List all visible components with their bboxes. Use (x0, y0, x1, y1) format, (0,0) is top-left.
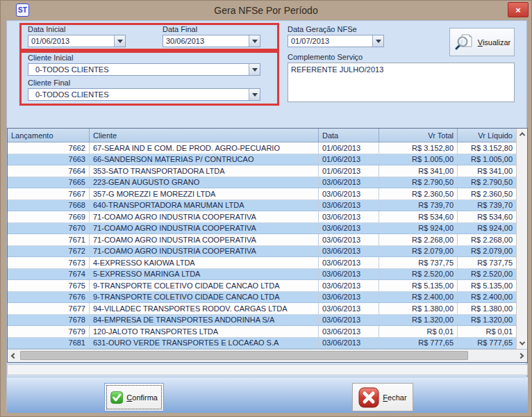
table-header: Lançamento Cliente Data Vr Total Vr Líqu… (8, 129, 516, 142)
table-row[interactable]: 766366-SANDERSON MATERIAS P/ CONTRUCAO01… (8, 154, 516, 166)
table-row[interactable]: 76734-EXPRESSO KAIOWA LTDA03/06/2013R$ 7… (8, 257, 516, 269)
confirma-button[interactable]: Confirma (104, 383, 164, 411)
cell-vr-total: R$ 1.320,00 (379, 315, 458, 326)
table-row[interactable]: 767071-COAMO AGRO INDUSTRIA COOPERATIVA0… (8, 223, 516, 235)
cell-vr-total: R$ 3.152,80 (379, 142, 458, 154)
cell-data: 03/06/2013 (319, 326, 379, 337)
cell-lancamento: 7679 (8, 326, 90, 337)
cell-vr-liquido: R$ 737,75 (458, 257, 516, 268)
column-header-vr-total[interactable]: Vr Total (379, 129, 458, 142)
column-header-lancamento[interactable]: Lançamento (8, 129, 90, 142)
table-row[interactable]: 76769-TRANSPORTE COLETIVO CIDADE CANCAO … (8, 292, 516, 304)
cell-cliente: 357-G MOREZZI E MOREZZI LTDA (90, 188, 319, 199)
cell-data: 03/06/2013 (319, 280, 379, 291)
cell-data: 03/06/2013 (319, 303, 379, 314)
chevron-down-icon (252, 93, 258, 97)
cell-cliente: 71-COAMO AGRO INDUSTRIA COOPERATIVA (90, 246, 319, 257)
data-inicial-combobox[interactable]: 01/06/2013 (28, 35, 126, 47)
cell-cliente: 5-EXPRESSO MARINGA LTDA (90, 269, 319, 280)
cell-lancamento: 7663 (8, 154, 90, 165)
horizontal-scrollbar-thumb[interactable] (20, 351, 468, 360)
cell-vr-liquido: R$ 2.790,50 (458, 177, 516, 188)
cell-lancamento: 7664 (8, 165, 90, 177)
column-header-cliente[interactable]: Cliente (90, 129, 319, 142)
cell-cliente: 66-SANDERSON MATERIAS P/ CONTRUCAO (90, 154, 319, 165)
cell-vr-liquido: R$ 1.320,00 (458, 315, 516, 326)
cell-vr-total: R$ 534,60 (379, 211, 458, 222)
table-row[interactable]: 76745-EXPRESSO MARINGA LTDA03/06/2013R$ … (8, 269, 516, 281)
scroll-down-button[interactable] (517, 338, 527, 349)
chevron-down-icon (519, 339, 524, 345)
status-strip (7, 364, 528, 375)
data-final-value: 30/06/2013 (163, 37, 249, 45)
cliente-final-value: 0-TODOS CLIENTES (28, 90, 249, 99)
close-x-icon (358, 387, 379, 408)
cliente-inicial-value: 0-TODOS CLIENTES (28, 65, 249, 74)
chevron-down-icon (117, 40, 123, 43)
cell-lancamento: 7678 (8, 315, 90, 326)
table-row[interactable]: 767884-EMPRESA DE TRANSPORTES ANDORINHA … (8, 315, 516, 327)
complemento-textarea[interactable]: REFERENTE JULHO/2013 (288, 63, 515, 102)
table-row[interactable]: 7668640-TRANSPORTADORA MARUMAN LTDA03/06… (8, 200, 516, 212)
cell-vr-total: R$ 2.268,00 (379, 234, 458, 245)
chevron-down-icon (252, 40, 258, 43)
cell-cliente: 71-COAMO AGRO INDUSTRIA COOPERATIVA (90, 211, 319, 222)
data-geracao-combobox[interactable]: 01/07/2013 (288, 35, 384, 47)
complemento-text: REFERENTE JULHO/2013 (291, 65, 383, 74)
horizontal-scrollbar[interactable] (8, 349, 527, 362)
table-row[interactable]: 7667357-G MOREZZI E MOREZZI LTDA03/06/20… (8, 188, 516, 200)
cell-data: 03/06/2013 (319, 315, 379, 326)
cliente-final-dropdown-button[interactable] (249, 89, 260, 100)
cell-lancamento: 7675 (8, 280, 90, 291)
cell-lancamento: 7668 (8, 200, 90, 211)
cell-lancamento: 7671 (8, 234, 90, 245)
data-inicial-dropdown-button[interactable] (114, 35, 125, 47)
cell-data: 01/06/2013 (319, 165, 379, 177)
cell-cliente: 67-SEARA IND E COM. DE PROD. AGRO-PECUAR… (90, 142, 319, 154)
cell-vr-liquido: R$ 3.152,80 (458, 142, 516, 154)
cell-cliente: 9-TRANSPORTE COLETIVO CIDADE CANCAO LTDA (90, 292, 319, 303)
chevron-down-icon (252, 68, 258, 72)
table-row[interactable]: 767271-COAMO AGRO INDUSTRIA COOPERATIVA0… (8, 246, 516, 258)
column-header-data[interactable]: Data (319, 129, 379, 142)
table-row[interactable]: 7664353-SATO TRANSPORTADORA LTDA01/06/20… (8, 165, 516, 177)
fechar-button[interactable]: Fechar (352, 383, 413, 411)
cliente-inicial-dropdown-button[interactable] (249, 64, 260, 75)
fechar-label: Fechar (383, 393, 406, 402)
table-row[interactable]: 767171-COAMO AGRO INDUSTRIA COOPERATIVA0… (8, 234, 516, 246)
table-row[interactable]: 767794-VILLADEC TRANSPORTES RODOV. CARGA… (8, 303, 516, 315)
cell-vr-liquido: R$ 924,00 (458, 223, 516, 234)
cell-cliente: 94-VILLADEC TRANSPORTES RODOV. CARGAS LT… (90, 303, 319, 314)
column-header-vr-liquido[interactable]: Vr Líquido (458, 129, 516, 142)
cell-data: 03/06/2013 (319, 177, 379, 188)
close-button[interactable]: × (508, 2, 529, 17)
cell-vr-total: R$ 2.790,50 (379, 177, 458, 188)
cliente-final-label: Cliente Final (28, 79, 70, 87)
table-row[interactable]: 7681631-OURO VERDE TRANSPORTES E LOCA€AO… (8, 338, 516, 350)
vertical-scrollbar[interactable] (516, 129, 527, 349)
cell-vr-liquido: R$ 5.135,00 (458, 280, 516, 291)
cliente-final-combobox[interactable]: 0-TODOS CLIENTES (28, 88, 260, 101)
scroll-right-button[interactable] (515, 350, 527, 362)
cliente-inicial-combobox[interactable]: 0-TODOS CLIENTES (28, 63, 260, 76)
data-final-dropdown-button[interactable] (249, 35, 260, 47)
cell-data: 03/06/2013 (319, 200, 379, 211)
data-geracao-dropdown-button[interactable] (372, 35, 383, 47)
table-row[interactable]: 7679120-JALOTO TRANSPORTES LTDA03/06/201… (8, 326, 516, 338)
data-inicial-label: Data Inicial (28, 25, 65, 33)
table-row[interactable]: 7665223-GEAN AUGUSTO GRANO03/06/2013R$ 2… (8, 177, 516, 189)
data-final-label: Data Final (163, 25, 197, 33)
table-row[interactable]: 766267-SEARA IND E COM. DE PROD. AGRO-PE… (8, 142, 516, 154)
cell-data: 03/06/2013 (319, 338, 379, 349)
cell-vr-total: R$ 5.135,00 (379, 280, 458, 291)
table-row[interactable]: 76759-TRANSPORTE COLETIVO CIDADE CANCAO … (8, 280, 516, 292)
cell-vr-liquido: R$ 777,65 (458, 338, 516, 349)
data-final-combobox[interactable]: 30/06/2013 (163, 35, 260, 47)
window-title: Gera NFSe Por Período (1, 1, 531, 20)
cell-vr-total: R$ 737,75 (379, 257, 458, 268)
table-row[interactable]: 766971-COAMO AGRO INDUSTRIA COOPERATIVA0… (8, 211, 516, 223)
cliente-inicial-label: Cliente Inicial (28, 54, 73, 62)
scroll-up-button[interactable] (517, 129, 527, 140)
visualizar-button[interactable]: Visualizar (449, 28, 515, 56)
scroll-left-button[interactable] (8, 350, 20, 362)
